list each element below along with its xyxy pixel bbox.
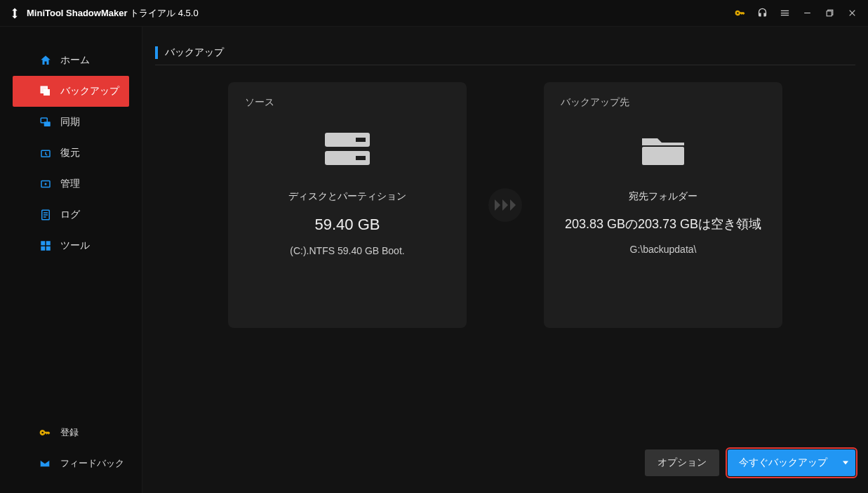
header-accent: [155, 46, 158, 59]
sidebar-item-label: ログ: [60, 209, 80, 221]
options-button-label: オプション: [657, 456, 707, 469]
svg-rect-6: [44, 121, 51, 126]
source-card[interactable]: ソース ディスクとパーティション 59.40 GB (C:).NTFS 59.4…: [228, 82, 467, 328]
disk-icon: [245, 130, 450, 169]
key-icon: [39, 427, 55, 438]
sidebar-item-feedback[interactable]: フィードバック: [13, 448, 129, 479]
sidebar-item-label: 復元: [60, 147, 80, 159]
sidebar-item-label: バックアップ: [60, 85, 119, 98]
sidebar-item-label: ホーム: [60, 54, 90, 67]
source-subheading: ディスクとパーティション: [245, 190, 450, 203]
sidebar-item-sync[interactable]: 同期: [13, 107, 129, 138]
sidebar-bottom: 登録 フィードバック: [0, 417, 142, 493]
dest-freespace: 203.83 GBの203.73 GBは空き領域: [561, 216, 766, 232]
options-button[interactable]: オプション: [645, 449, 719, 476]
destination-card[interactable]: バックアップ先 宛先フォルダー 203.83 GBの203.73 GBは空き領域…: [544, 82, 782, 328]
content-area: バックアップ ソース ディスクとパーティション 59.40 GB (C:).NT…: [142, 27, 868, 493]
svg-rect-12: [46, 241, 51, 245]
sidebar-item-manage[interactable]: 管理: [13, 169, 129, 199]
dest-card-heading: バックアップ先: [561, 96, 766, 109]
maximize-icon[interactable]: [819, 3, 840, 24]
source-size: 59.40 GB: [245, 216, 450, 234]
sidebar-item-register[interactable]: 登録: [13, 417, 129, 448]
app-title: MiniTool ShadowMaker トライアル 4.5.0: [27, 7, 199, 20]
svg-rect-14: [46, 246, 51, 251]
tools-icon: [39, 239, 55, 252]
svg-rect-0: [804, 13, 810, 13]
sidebar-item-label: フィードバック: [60, 457, 124, 470]
svg-rect-2: [827, 11, 832, 16]
svg-rect-18: [356, 156, 366, 160]
dest-path: G:\backupdata\: [561, 244, 766, 255]
backup-now-button-label: 今すぐバックアップ: [739, 456, 827, 469]
main-area: ホーム バックアップ 同期 復元: [0, 27, 868, 493]
close-icon[interactable]: [841, 3, 862, 24]
register-key-icon[interactable]: [729, 3, 750, 24]
svg-rect-4: [44, 89, 50, 96]
backup-cards-row: ソース ディスクとパーティション 59.40 GB (C:).NTFS 59.4…: [155, 82, 855, 328]
svg-rect-16: [356, 138, 366, 142]
svg-point-9: [45, 183, 47, 185]
arrow-icon: [467, 188, 544, 223]
sidebar-item-log[interactable]: ログ: [13, 199, 129, 230]
manage-icon: [39, 178, 55, 190]
sidebar-item-backup[interactable]: バックアップ: [13, 76, 129, 107]
source-detail: (C:).NTFS 59.40 GB Boot.: [245, 245, 450, 256]
svg-rect-13: [41, 246, 45, 251]
footer-actions: オプション 今すぐバックアップ: [155, 449, 855, 493]
log-icon: [39, 209, 55, 221]
home-icon: [39, 54, 55, 67]
sidebar-item-label: 同期: [60, 116, 80, 129]
menu-icon[interactable]: [774, 3, 795, 24]
sidebar-item-label: 管理: [60, 178, 80, 190]
sidebar: ホーム バックアップ 同期 復元: [0, 27, 142, 493]
app-logo-icon: [8, 7, 21, 20]
backup-now-button[interactable]: 今すぐバックアップ: [728, 449, 855, 476]
sync-icon: [39, 116, 55, 129]
folder-icon: [561, 130, 766, 169]
mail-icon: [39, 458, 55, 469]
minimize-icon[interactable]: [796, 3, 817, 24]
sidebar-item-home[interactable]: ホーム: [13, 45, 129, 76]
page-title: バックアップ: [165, 46, 224, 59]
source-card-heading: ソース: [245, 96, 450, 109]
sidebar-item-tools[interactable]: ツール: [13, 230, 129, 261]
svg-rect-11: [41, 241, 45, 245]
dest-subheading: 宛先フォルダー: [561, 190, 766, 203]
titlebar: MiniTool ShadowMaker トライアル 4.5.0: [0, 0, 868, 27]
sidebar-nav: ホーム バックアップ 同期 復元: [0, 45, 142, 417]
svg-rect-20: [642, 147, 684, 165]
page-header: バックアップ: [155, 46, 855, 65]
sidebar-item-restore[interactable]: 復元: [13, 138, 129, 169]
backup-icon: [39, 85, 55, 98]
sidebar-item-label: 登録: [60, 426, 79, 439]
headset-icon[interactable]: [752, 3, 773, 24]
restore-icon: [39, 147, 55, 159]
sidebar-item-label: ツール: [60, 239, 90, 252]
chevron-down-icon: [843, 461, 848, 465]
